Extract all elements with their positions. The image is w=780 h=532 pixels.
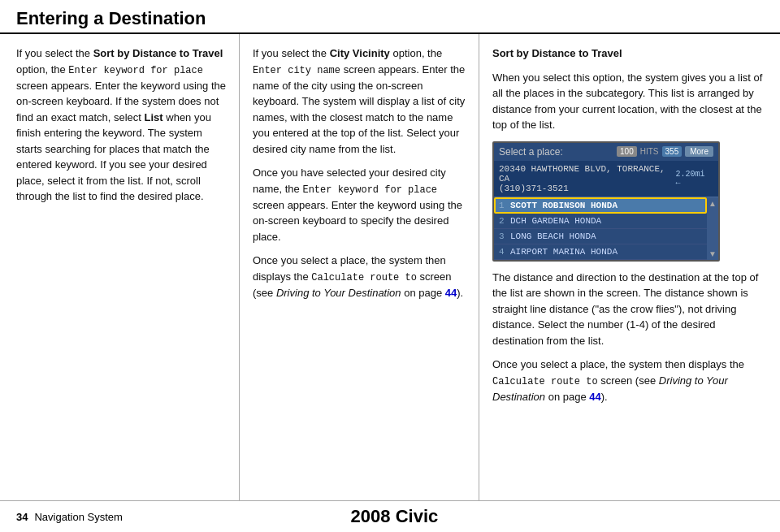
- footer-model: 2008 Civic: [123, 506, 666, 527]
- nav-screen: Select a place: 100 HITS 355 More 20340 …: [492, 141, 720, 262]
- enter-keyword-for-place-mono: Enter keyword for place: [302, 184, 437, 196]
- page-footer: 34 Navigation System 2008 Civic: [0, 500, 780, 532]
- page-number: 34: [16, 511, 28, 523]
- page-link-mid: 44: [445, 287, 457, 299]
- col-middle-p1: If you select the City Vicinity option, …: [253, 45, 466, 157]
- page-header: Entering a Destination: [0, 0, 780, 34]
- col-right-p1: When you select this option, the system …: [492, 70, 767, 133]
- city-vicinity-bold: City Vicinity: [330, 47, 390, 59]
- col-left-p1: If you select the Sort by Distance to Tr…: [16, 45, 226, 205]
- page-title: Entering a Destination: [16, 8, 764, 29]
- driving-italic-mid: Driving to Your Destination: [276, 287, 401, 299]
- hits-count-badge: 100: [617, 146, 637, 157]
- total-hits: 355: [662, 146, 682, 157]
- page-link-right: 44: [589, 391, 600, 403]
- col-middle: If you select the City Vicinity option, …: [240, 34, 479, 500]
- col-right-p3: Once you select a place, the system then…: [492, 357, 767, 404]
- address-line2: (310)371-3521: [499, 184, 675, 193]
- more-button[interactable]: More: [685, 146, 713, 157]
- list-bold: List: [145, 111, 163, 123]
- nav-screen-header: Select a place: 100 HITS 355 More: [494, 143, 718, 161]
- enter-city-mono: Enter city name: [253, 65, 340, 76]
- scroll-down-icon[interactable]: ▼: [708, 249, 717, 258]
- calculate-route-mono-mid: Calculate route to: [311, 272, 417, 283]
- item-name-4: AIRPORT MARINA HONDA: [510, 247, 702, 257]
- hits-label: HITS: [640, 147, 659, 156]
- main-content: If you select the Sort by Distance to Tr…: [0, 34, 780, 500]
- nav-list-item-4[interactable]: 4 AIRPORT MARINA HONDA: [494, 244, 707, 260]
- select-place-label: Select a place:: [499, 146, 613, 158]
- item-name-1: SCOTT ROBINSON HONDA: [510, 201, 702, 210]
- col-middle-p3: Once you select a place, the system then…: [253, 253, 466, 301]
- page-number-area: 34 Navigation System: [16, 511, 123, 523]
- col-right: Sort by Distance to Travel When you sele…: [479, 34, 780, 500]
- nav-list-items: 1 SCOTT ROBINSON HONDA 2 DCH GARDENA HON…: [494, 197, 707, 260]
- nav-list-item-3[interactable]: 3 LONG BEACH HONDA: [494, 229, 707, 244]
- nav-screen-address: 20340 HAWTHORNE BLVD, TORRANCE, CA (310)…: [494, 161, 718, 197]
- nav-list-item-2[interactable]: 2 DCH GARDENA HONDA: [494, 214, 707, 229]
- nav-system-label: Navigation System: [34, 511, 122, 523]
- col-middle-p2: Once you have selected your desired city…: [253, 165, 466, 244]
- address-line1: 20340 HAWTHORNE BLVD, TORRANCE, CA: [499, 164, 675, 184]
- col-right-p2: The distance and direction to the destin…: [492, 270, 767, 349]
- page-container: Entering a Destination If you select the…: [0, 0, 780, 532]
- calculate-route-mono-right: Calculate route to: [492, 376, 598, 387]
- address-distance: 2.20mi ←: [675, 170, 713, 188]
- item-name-2: DCH GARDENA HONDA: [510, 216, 702, 226]
- nav-list-item-1[interactable]: 1 SCOTT ROBINSON HONDA: [494, 197, 707, 214]
- item-num-2: 2: [499, 216, 510, 226]
- item-name-3: LONG BEACH HONDA: [510, 231, 702, 241]
- sort-by-distance-title: Sort by Distance to Travel: [492, 45, 767, 62]
- col-left: If you select the Sort by Distance to Tr…: [0, 34, 240, 500]
- address-info: 20340 HAWTHORNE BLVD, TORRANCE, CA (310)…: [499, 164, 675, 193]
- nav-screen-body: 1 SCOTT ROBINSON HONDA 2 DCH GARDENA HON…: [494, 197, 718, 260]
- nav-scrollbar: ▲ ▼: [707, 197, 718, 260]
- item-num-1: 1: [499, 201, 510, 210]
- item-num-3: 3: [499, 231, 510, 241]
- item-num-4: 4: [499, 247, 510, 257]
- scroll-up-icon[interactable]: ▲: [708, 199, 717, 208]
- enter-keyword-mono: Enter keyword for place: [68, 65, 203, 76]
- sort-by-distance-bold: Sort by Distance to Travel: [93, 47, 223, 59]
